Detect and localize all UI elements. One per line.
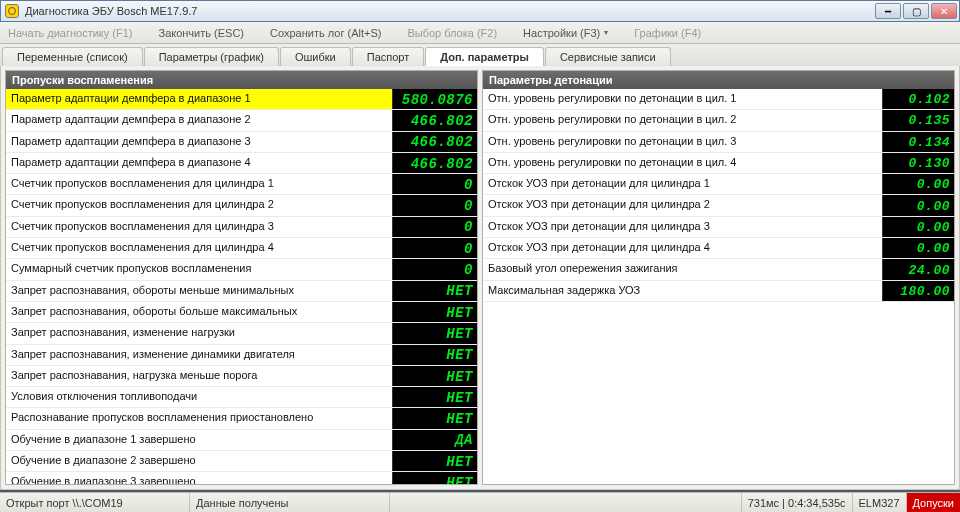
misfire-row-value: НЕТ [392, 366, 477, 386]
misfire-row-value: 466.802 [392, 153, 477, 173]
knock-row-value: 0.130 [882, 153, 954, 173]
misfire-row[interactable]: Запрет распознавания, обороты меньше мин… [6, 281, 477, 302]
knock-row-label: Отн. уровень регулировки по детонации в … [483, 110, 882, 130]
knock-row[interactable]: Отн. уровень регулировки по детонации в … [483, 153, 954, 174]
misfire-row-value: НЕТ [392, 451, 477, 471]
misfire-row[interactable]: Параметр адаптации демпфера в диапазоне … [6, 89, 477, 110]
misfire-row-label: Запрет распознавания, обороты меньше мин… [6, 281, 392, 301]
misfire-row-label: Счетчик пропусков воспламенения для цили… [6, 238, 392, 258]
misfire-row-value: 466.802 [392, 132, 477, 152]
misfire-row-label: Параметр адаптации демпфера в диапазоне … [6, 89, 392, 109]
panel-misfire-body: Параметр адаптации демпфера в диапазоне … [6, 89, 477, 484]
misfire-row-label: Запрет распознавания, изменение нагрузки [6, 323, 392, 343]
knock-row[interactable]: Базовый угол опережения зажигания24.00 [483, 259, 954, 280]
knock-rowlist[interactable]: Отн. уровень регулировки по детонации в … [483, 89, 954, 484]
misfire-row[interactable]: Запрет распознавания, нагрузка меньше по… [6, 366, 477, 387]
knock-row[interactable]: Отскок УОЗ при детонации для цилиндра 20… [483, 195, 954, 216]
knock-row-value: 0.102 [882, 89, 954, 109]
tab-strip: Переменные (список)Параметры (график)Оши… [0, 44, 960, 66]
misfire-row[interactable]: Запрет распознавания, обороты больше мак… [6, 302, 477, 323]
misfire-row-label: Запрет распознавания, обороты больше мак… [6, 302, 392, 322]
knock-row-value: 0.134 [882, 132, 954, 152]
status-data: Данные получены [190, 493, 390, 512]
misfire-row[interactable]: Обучение в диапазоне 1 завершеноДА [6, 430, 477, 451]
misfire-row-label: Запрет распознавания, изменение динамики… [6, 345, 392, 365]
toolbar-item-3: Выбор блока (F2) [403, 22, 501, 43]
knock-row-label: Базовый угол опережения зажигания [483, 259, 882, 279]
toolbar-item-4[interactable]: Настройки (F3) [519, 22, 612, 43]
content-area: Пропуски воспламенения Параметр адаптаци… [0, 66, 960, 490]
panel-misfire: Пропуски воспламенения Параметр адаптаци… [5, 70, 478, 485]
misfire-row[interactable]: Счетчик пропусков воспламенения для цили… [6, 195, 477, 216]
knock-row[interactable]: Отскок УОЗ при детонации для цилиндра 40… [483, 238, 954, 259]
misfire-row[interactable]: Счетчик пропусков воспламенения для цили… [6, 174, 477, 195]
knock-row[interactable]: Отн. уровень регулировки по детонации в … [483, 89, 954, 110]
knock-row[interactable]: Отн. уровень регулировки по детонации в … [483, 110, 954, 131]
misfire-row-value: НЕТ [392, 281, 477, 301]
status-bar: Открыт порт \\.\COM19 Данные получены 73… [0, 492, 960, 512]
misfire-row[interactable]: Обучение в диапазоне 2 завершеноНЕТ [6, 451, 477, 472]
window-title: Диагностика ЭБУ Bosch ME17.9.7 [25, 5, 197, 17]
panel-misfire-header: Пропуски воспламенения [6, 71, 477, 89]
toolbar-item-1[interactable]: Закончить (ESC) [154, 22, 248, 43]
knock-row-label: Отскок УОЗ при детонации для цилиндра 3 [483, 217, 882, 237]
knock-row-label: Отскок УОЗ при детонации для цилиндра 4 [483, 238, 882, 258]
misfire-row-value: 466.802 [392, 110, 477, 130]
misfire-row-label: Распознавание пропусков воспламенения пр… [6, 408, 392, 428]
misfire-row-label: Условия отключения топливоподачи [6, 387, 392, 407]
knock-row-value: 180.00 [882, 281, 954, 301]
knock-row-value: 0.00 [882, 217, 954, 237]
misfire-row-label: Обучение в диапазоне 1 завершено [6, 430, 392, 450]
misfire-row-label: Обучение в диапазоне 3 завершено [6, 472, 392, 484]
tab-0[interactable]: Переменные (список) [2, 47, 143, 66]
misfire-row[interactable]: Параметр адаптации демпфера в диапазоне … [6, 132, 477, 153]
misfire-row-value: НЕТ [392, 408, 477, 428]
misfire-row-label: Счетчик пропусков воспламенения для цили… [6, 195, 392, 215]
misfire-rowlist[interactable]: Параметр адаптации демпфера в диапазоне … [6, 89, 477, 484]
panel-knock-header: Параметры детонации [483, 71, 954, 89]
misfire-row-value: НЕТ [392, 387, 477, 407]
knock-row[interactable]: Максимальная задержка УОЗ180.00 [483, 281, 954, 302]
misfire-row-label: Параметр адаптации демпфера в диапазоне … [6, 110, 392, 130]
misfire-row[interactable]: Условия отключения топливоподачиНЕТ [6, 387, 477, 408]
misfire-row[interactable]: Параметр адаптации демпфера в диапазоне … [6, 153, 477, 174]
status-spacer [390, 493, 742, 512]
tab-3[interactable]: Паспорт [352, 47, 425, 66]
misfire-row-value: 580.0876 [392, 89, 477, 109]
knock-row-value: 0.00 [882, 195, 954, 215]
toolbar-item-5: Графики (F4) [630, 22, 705, 43]
knock-row[interactable]: Отн. уровень регулировки по детонации в … [483, 132, 954, 153]
status-warning[interactable]: Допуски [907, 493, 960, 512]
knock-row-value: 24.00 [882, 259, 954, 279]
knock-row-label: Отн. уровень регулировки по детонации в … [483, 132, 882, 152]
misfire-row-value: НЕТ [392, 323, 477, 343]
tab-2[interactable]: Ошибки [280, 47, 351, 66]
misfire-row-label: Обучение в диапазоне 2 завершено [6, 451, 392, 471]
toolbar-item-0: Начать диагностику (F1) [4, 22, 136, 43]
knock-row-value: 0.00 [882, 174, 954, 194]
misfire-row[interactable]: Распознавание пропусков воспламенения пр… [6, 408, 477, 429]
app-icon [5, 4, 19, 18]
minimize-button[interactable]: ━ [875, 3, 901, 19]
knock-row-label: Отскок УОЗ при детонации для цилиндра 2 [483, 195, 882, 215]
close-button[interactable]: ✕ [931, 3, 957, 19]
misfire-row[interactable]: Счетчик пропусков воспламенения для цили… [6, 217, 477, 238]
knock-row[interactable]: Отскок УОЗ при детонации для цилиндра 10… [483, 174, 954, 195]
misfire-row[interactable]: Параметр адаптации демпфера в диапазоне … [6, 110, 477, 131]
misfire-row[interactable]: Запрет распознавания, изменение динамики… [6, 345, 477, 366]
main-toolbar: Начать диагностику (F1)Закончить (ESC)Со… [0, 22, 960, 44]
misfire-row-value: 0 [392, 259, 477, 279]
tab-4[interactable]: Доп. параметры [425, 47, 544, 66]
tab-1[interactable]: Параметры (график) [144, 47, 279, 66]
misfire-row-label: Параметр адаптации демпфера в диапазоне … [6, 132, 392, 152]
misfire-row[interactable]: Обучение в диапазоне 3 завершеноНЕТ [6, 472, 477, 484]
toolbar-item-2[interactable]: Сохранить лог (Alt+S) [266, 22, 385, 43]
maximize-button[interactable]: ▢ [903, 3, 929, 19]
misfire-row[interactable]: Счетчик пропусков воспламенения для цили… [6, 238, 477, 259]
misfire-row[interactable]: Суммарный счетчик пропусков воспламенени… [6, 259, 477, 280]
misfire-row[interactable]: Запрет распознавания, изменение нагрузки… [6, 323, 477, 344]
knock-row[interactable]: Отскок УОЗ при детонации для цилиндра 30… [483, 217, 954, 238]
misfire-row-value: НЕТ [392, 345, 477, 365]
tab-5[interactable]: Сервисные записи [545, 47, 671, 66]
misfire-row-value: 0 [392, 174, 477, 194]
